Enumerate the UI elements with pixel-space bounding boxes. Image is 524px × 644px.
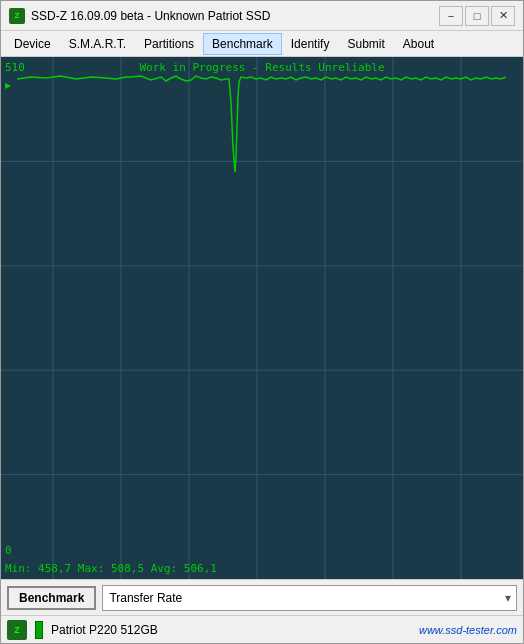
- status-app-icon: Z: [7, 620, 27, 640]
- menu-item-device[interactable]: Device: [5, 33, 60, 55]
- menu-item-partitions[interactable]: Partitions: [135, 33, 203, 55]
- app-icon: Z: [9, 8, 25, 24]
- window-controls: − □ ✕: [439, 6, 515, 26]
- transfer-rate-dropdown[interactable]: Transfer Rate Random 4K Access Time: [102, 585, 517, 611]
- benchmark-button[interactable]: Benchmark: [7, 586, 96, 610]
- menu-item-submit[interactable]: Submit: [338, 33, 393, 55]
- chart-svg: [1, 57, 523, 579]
- website-text: www.ssd-tester.com: [419, 624, 517, 636]
- status-bar: Z Patriot P220 512GB www.ssd-tester.com: [1, 615, 523, 643]
- maximize-button[interactable]: □: [465, 6, 489, 26]
- close-button[interactable]: ✕: [491, 6, 515, 26]
- menu-item-about[interactable]: About: [394, 33, 443, 55]
- svg-rect-0: [1, 57, 523, 579]
- chart-stats: Min: 458,7 Max: 508,5 Avg: 506,1: [5, 562, 217, 575]
- window-title: SSD-Z 16.09.09 beta - Unknown Patriot SS…: [31, 9, 439, 23]
- y-label-top: 510: [5, 61, 25, 74]
- chart-triangle: ▶: [5, 81, 11, 90]
- bottom-toolbar: Benchmark Transfer Rate Random 4K Access…: [1, 579, 523, 615]
- minimize-button[interactable]: −: [439, 6, 463, 26]
- chart-status-text: Work in Progress - Results Unreliable: [139, 61, 384, 74]
- menu-item-benchmark[interactable]: Benchmark: [203, 33, 282, 55]
- title-bar: Z SSD-Z 16.09.09 beta - Unknown Patriot …: [1, 1, 523, 31]
- y-label-bottom: 0: [5, 544, 12, 557]
- device-name: Patriot P220 512GB: [51, 623, 158, 637]
- status-indicator: [35, 621, 43, 639]
- benchmark-chart: 510 ▶ Work in Progress - Results Unrelia…: [1, 57, 523, 579]
- main-window: Z SSD-Z 16.09.09 beta - Unknown Patriot …: [0, 0, 524, 644]
- menu-bar: Device S.M.A.R.T. Partitions Benchmark I…: [1, 31, 523, 57]
- menu-item-identify[interactable]: Identify: [282, 33, 339, 55]
- menu-item-smart[interactable]: S.M.A.R.T.: [60, 33, 135, 55]
- transfer-rate-dropdown-container: Transfer Rate Random 4K Access Time ▾: [102, 585, 517, 611]
